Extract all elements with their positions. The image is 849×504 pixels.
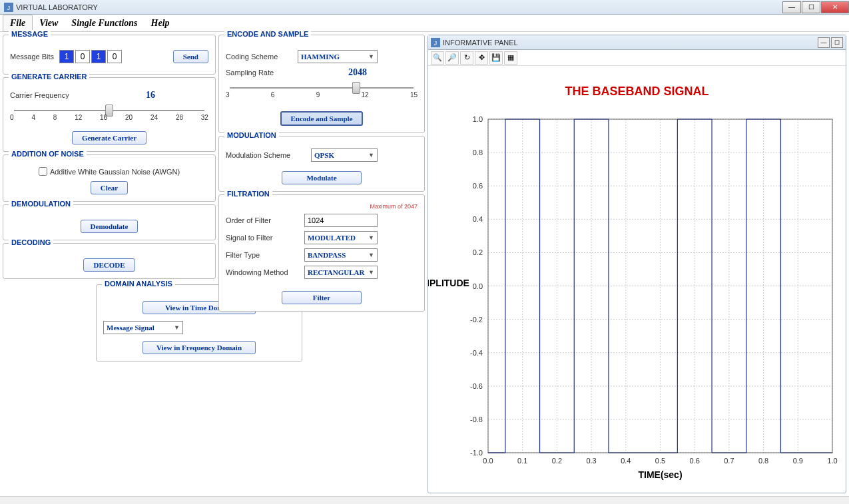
info-panel-title: INFORMATIVE PANEL	[443, 39, 816, 47]
chart-plot: 0.00.10.20.30.40.50.60.70.80.91.0-1.0-0.…	[428, 66, 846, 493]
order-label: Order of Filter	[226, 216, 299, 224]
grid-icon[interactable]: ▦	[504, 51, 517, 65]
signal-filter-label: Signal to Filter	[226, 234, 299, 242]
rate-slider[interactable]: 3691215	[226, 82, 418, 102]
coding-label: Coding Scheme	[226, 53, 292, 61]
zoom-in-icon[interactable]: 🔍	[431, 51, 444, 65]
maximize-button[interactable]: ☐	[802, 1, 820, 13]
menu-single-functions[interactable]: Single Functions	[65, 15, 144, 31]
svg-text:-1.0: -1.0	[470, 449, 483, 457]
filter-note: Maximum of 2047	[226, 203, 418, 210]
svg-text:-0.6: -0.6	[470, 382, 483, 390]
save-icon[interactable]: 💾	[489, 51, 503, 65]
chevron-down-icon: ▼	[368, 53, 374, 60]
svg-text:0.4: 0.4	[621, 457, 631, 465]
awgn-label: Additive White Gaussian Noise (AWGN)	[50, 168, 180, 176]
filter-type-dropdown[interactable]: BANDPASS▼	[304, 248, 378, 262]
svg-text:0.6: 0.6	[690, 457, 700, 465]
demodulate-button[interactable]: Demodulate	[81, 220, 139, 233]
svg-text:1.0: 1.0	[827, 457, 837, 465]
close-button[interactable]: ✕	[821, 1, 849, 13]
carrier-title: GENERATE CARRIER	[9, 73, 89, 81]
svg-text:0.9: 0.9	[793, 457, 803, 465]
svg-text:TIME(sec): TIME(sec)	[638, 469, 682, 480]
java-icon: J	[4, 3, 13, 12]
message-title: MESSAGE	[9, 30, 51, 38]
window-method-label: Windowing Method	[226, 268, 299, 276]
svg-text:J: J	[7, 4, 10, 11]
reset-zoom-icon[interactable]: ↻	[460, 51, 473, 65]
svg-text:0.4: 0.4	[473, 215, 483, 223]
bit-0[interactable]: 1	[59, 50, 74, 63]
encode-title: ENCODE AND SAMPLE	[224, 30, 311, 38]
svg-text:-0.2: -0.2	[470, 316, 483, 324]
zoom-out-icon[interactable]: 🔎	[445, 51, 459, 65]
menu-help[interactable]: Help	[144, 15, 176, 31]
filtration-title: FILTRATION	[224, 190, 272, 198]
message-bits-label: Message Bits	[10, 53, 54, 61]
svg-text:IPLITUDE: IPLITUDE	[428, 278, 469, 288]
svg-text:0.2: 0.2	[552, 457, 562, 465]
view-freq-domain-button[interactable]: View in Frequency Domain	[142, 341, 256, 354]
svg-text:0.3: 0.3	[586, 457, 596, 465]
panel-maximize-button[interactable]: ☐	[831, 37, 843, 48]
generate-carrier-button[interactable]: Generate Carrier	[72, 131, 146, 144]
domain-signal-dropdown[interactable]: Message Signal▼	[103, 321, 183, 334]
rate-value: 2048	[348, 67, 367, 77]
svg-text:0.5: 0.5	[655, 457, 665, 465]
noise-panel: ADDITION OF NOISE Additive White Gaussia…	[3, 154, 216, 202]
mod-scheme-label: Modulation Scheme	[226, 151, 306, 159]
chart-toolbar: 🔍 🔎 ↻ ✥ 💾 ▦	[428, 50, 846, 66]
chart-area: THE BASEBAND SIGNAL 0.00.10.20.30.40.50.…	[428, 66, 846, 493]
encode-sample-button[interactable]: Encode and Sample	[280, 111, 364, 126]
chevron-down-icon: ▼	[174, 324, 180, 331]
awgn-checkbox[interactable]	[39, 167, 47, 176]
send-button[interactable]: Send	[173, 50, 208, 63]
coding-dropdown[interactable]: HAMMING▼	[298, 50, 378, 63]
carrier-freq-label: Carrier Frequency	[10, 91, 69, 99]
svg-text:0.2: 0.2	[473, 248, 483, 256]
encode-panel: ENCODE AND SAMPLE Coding Scheme HAMMING▼…	[218, 35, 425, 133]
carrier-freq-value: 16	[146, 90, 155, 101]
noise-title: ADDITION OF NOISE	[9, 150, 87, 158]
filter-button[interactable]: Filter	[282, 291, 362, 304]
demodulation-panel: DEMODULATION Demodulate	[3, 204, 216, 240]
chevron-down-icon: ▼	[368, 269, 374, 276]
menubar: File View Single Functions Help	[0, 15, 849, 32]
bit-2[interactable]: 1	[91, 50, 106, 63]
modulate-button[interactable]: Modulate	[282, 171, 362, 184]
svg-text:1.0: 1.0	[473, 115, 483, 123]
domain-title: DOMAIN ANALYSIS	[102, 280, 175, 288]
rate-label: Sampling Rate	[226, 69, 292, 77]
panel-minimize-button[interactable]: —	[818, 37, 830, 48]
svg-text:0.6: 0.6	[473, 182, 483, 190]
modulation-title: MODULATION	[224, 131, 279, 139]
menu-view[interactable]: View	[33, 15, 65, 31]
horizontal-scrollbar[interactable]	[0, 496, 849, 504]
svg-text:0.0: 0.0	[473, 282, 483, 290]
pan-icon[interactable]: ✥	[475, 51, 488, 65]
modulation-panel: MODULATION Modulation Scheme QPSK▼ Modul…	[218, 136, 425, 192]
bit-3[interactable]: 0	[107, 50, 122, 63]
svg-text:0.0: 0.0	[483, 457, 493, 465]
mod-scheme-dropdown[interactable]: QPSK▼	[311, 148, 378, 162]
clear-button[interactable]: Clear	[91, 181, 128, 194]
svg-text:0.8: 0.8	[758, 457, 768, 465]
minimize-button[interactable]: —	[782, 1, 801, 13]
decode-button[interactable]: DECODE	[83, 258, 135, 272]
svg-text:-0.4: -0.4	[470, 349, 483, 357]
bit-1[interactable]: 0	[75, 50, 90, 63]
svg-text:0.8: 0.8	[473, 148, 483, 156]
window-method-dropdown[interactable]: RECTANGULAR▼	[304, 266, 378, 279]
titlebar: J VIRTUAL LABORATORY — ☐ ✕	[0, 0, 849, 15]
informative-panel-window: J INFORMATIVE PANEL — ☐ 🔍 🔎 ↻ ✥ 💾 ▦ THE …	[427, 35, 846, 493]
carrier-slider[interactable]: 048121620242832	[10, 105, 208, 125]
decoding-panel: DECODING DECODE	[3, 243, 216, 279]
signal-filter-dropdown[interactable]: MODULATED▼	[304, 231, 378, 244]
java-icon: J	[431, 38, 440, 47]
message-panel: MESSAGE Message Bits 1 0 1 0 Send	[3, 35, 216, 75]
filter-type-label: Filter Type	[226, 251, 299, 259]
svg-text:-0.8: -0.8	[470, 415, 483, 423]
menu-file[interactable]: File	[3, 15, 33, 32]
order-field[interactable]	[304, 214, 378, 227]
